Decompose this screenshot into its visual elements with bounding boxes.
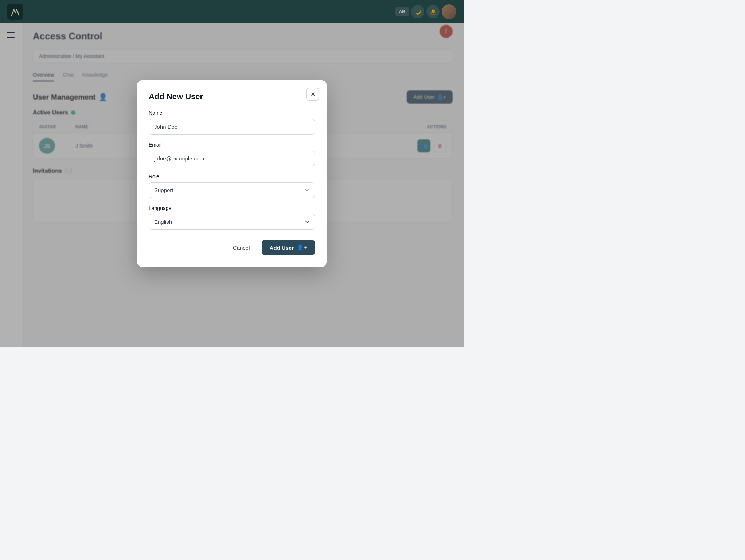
add-user-modal: ✕ Add New User Name Email Role Support A… [137,80,327,267]
email-field-group: Email [149,142,315,166]
modal-title: Add New User [149,92,315,101]
email-label: Email [149,142,315,148]
name-field-group: Name [149,110,315,135]
close-icon: ✕ [311,91,315,98]
modal-close-button[interactable]: ✕ [306,88,319,101]
name-input[interactable] [149,119,315,135]
role-label: Role [149,174,315,179]
modal-footer: Cancel Add User 👤+ [149,240,315,255]
language-field-group: Language English Spanish French German [149,205,315,230]
add-user-modal-icon: 👤+ [297,244,307,251]
email-input[interactable] [149,151,315,166]
role-field-group: Role Support Admin Viewer [149,174,315,198]
name-label: Name [149,110,315,116]
role-select[interactable]: Support Admin Viewer [149,182,315,198]
language-select[interactable]: English Spanish French German [149,214,315,230]
language-label: Language [149,205,315,211]
cancel-button[interactable]: Cancel [227,241,256,254]
modal-overlay[interactable]: ✕ Add New User Name Email Role Support A… [0,0,464,347]
modal-add-user-button[interactable]: Add User 👤+ [262,240,315,255]
